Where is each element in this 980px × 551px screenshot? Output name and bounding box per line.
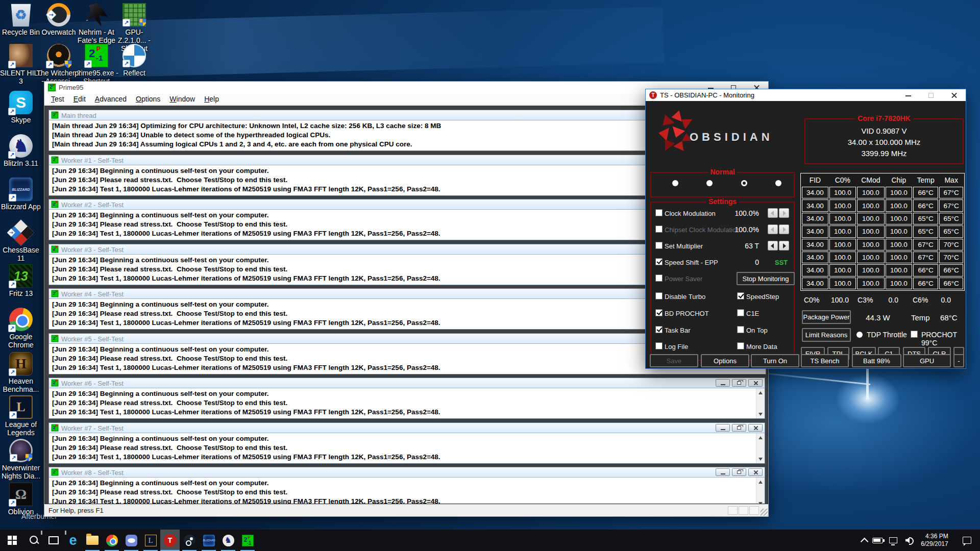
gpu-button[interactable]: GPU bbox=[903, 354, 951, 367]
scroll-up-button[interactable] bbox=[756, 388, 765, 397]
scrollbar[interactable] bbox=[756, 388, 765, 418]
minimize-button[interactable] bbox=[897, 89, 920, 102]
spin-up-button[interactable] bbox=[779, 241, 789, 251]
dash-button[interactable]: - bbox=[953, 354, 964, 367]
throttlestop-titlebar[interactable]: T TS - OBSIDIAN-PC - Monitoring bbox=[646, 89, 966, 101]
stop-monitoring-button[interactable]: Stop Monitoring bbox=[737, 272, 795, 285]
subwindow-restore-button[interactable] bbox=[732, 424, 746, 432]
subwindow-close-button[interactable] bbox=[748, 424, 763, 432]
shortcut-arrow-icon: ↗ bbox=[84, 20, 91, 28]
checkbox-set-multiplier[interactable] bbox=[655, 242, 663, 249]
package-power-button[interactable]: Package Power bbox=[802, 310, 851, 324]
scroll-down-button[interactable] bbox=[756, 455, 765, 463]
taskbar-app-steam[interactable] bbox=[180, 530, 199, 551]
subwindow-restore-button[interactable] bbox=[732, 379, 746, 387]
taskbar-app-league-of-legends[interactable]: L bbox=[141, 530, 160, 551]
subwindow-minimize-button[interactable] bbox=[716, 379, 730, 387]
desktop-icon-blizzard[interactable]: BLIZZARD↗Blizzard App bbox=[2, 178, 40, 211]
desktop-icon-chessbase[interactable]: ↗ChessBase 11 bbox=[2, 221, 40, 262]
desktop-icon-prime95[interactable]: 2P-1↗prime95.exe - Shortcut bbox=[78, 44, 115, 85]
desktop-icon-oblivion[interactable]: Ω↗Oblivion bbox=[2, 483, 40, 516]
checkbox-on-top[interactable] bbox=[737, 326, 744, 333]
profile-radio-2[interactable] bbox=[706, 180, 713, 186]
checkbox-chipset-clock-modulation[interactable] bbox=[655, 226, 663, 233]
scrollbar[interactable] bbox=[756, 478, 765, 504]
profile-radio-3[interactable] bbox=[741, 180, 747, 186]
subwindow-minimize-button[interactable] bbox=[716, 468, 730, 476]
desktop-icon-witcher[interactable]: ↗The Witcher 2 - Assassi... bbox=[40, 44, 78, 85]
batt-98--button[interactable]: Batt 98% bbox=[852, 354, 901, 367]
checkbox-speedstep[interactable] bbox=[737, 292, 744, 299]
desktop-icon-blitzin[interactable]: ♞↗BlitzIn 3.11 bbox=[2, 134, 40, 167]
desktop-icon-skype[interactable]: S↗Skype bbox=[2, 91, 40, 124]
resize-grip[interactable] bbox=[761, 509, 768, 516]
scroll-up-button[interactable] bbox=[756, 478, 765, 486]
action-center-icon[interactable] bbox=[956, 530, 977, 551]
subwindow-titlebar[interactable]: 2PWorker #7 - Self-Test bbox=[49, 423, 765, 433]
checkbox-c1e[interactable] bbox=[737, 309, 744, 316]
subwindow-titlebar[interactable]: 2PWorker #8 - Self-Test bbox=[49, 467, 765, 478]
subwindow-titlebar[interactable]: 2PWorker #6 - Self-Test bbox=[49, 378, 765, 388]
close-button[interactable] bbox=[943, 89, 966, 102]
subwindow-restore-button[interactable] bbox=[732, 468, 746, 476]
checkbox-speed-shift-epp[interactable] bbox=[655, 258, 663, 265]
desktop-icon-nehrim[interactable]: ↗Nehrim - At Fate's Edge bbox=[78, 3, 115, 44]
prochot-checkbox[interactable] bbox=[911, 331, 918, 338]
spin-down-button[interactable] bbox=[768, 241, 778, 251]
battery-icon[interactable] bbox=[869, 530, 886, 551]
taskbar-app-blitzin[interactable]: ♞ bbox=[218, 530, 238, 551]
desktop-icon-league[interactable]: L↗League of Legends bbox=[2, 395, 40, 437]
taskbar-app-chrome[interactable] bbox=[102, 530, 121, 551]
menu-item-help[interactable]: Help bbox=[200, 94, 224, 104]
scrollbar[interactable] bbox=[756, 433, 765, 463]
options-button[interactable]: Options bbox=[701, 354, 749, 367]
subwindow-minimize-button[interactable] bbox=[716, 424, 730, 432]
spin-down-button[interactable] bbox=[768, 208, 778, 218]
taskbar-app-prime95[interactable]: 2P-1 bbox=[238, 530, 257, 551]
menu-item-window[interactable]: Window bbox=[165, 94, 200, 104]
tray-overflow-chevron-icon[interactable] bbox=[857, 530, 869, 551]
menu-item-test[interactable]: Test bbox=[46, 94, 69, 104]
taskbar-app-task-view[interactable] bbox=[44, 530, 63, 551]
taskbar-app-throttlestop[interactable]: T bbox=[160, 530, 180, 551]
menu-item-options[interactable]: Options bbox=[131, 94, 165, 104]
start-button[interactable] bbox=[0, 530, 24, 551]
checkbox-clock-modulation[interactable] bbox=[655, 209, 663, 216]
desktop-icon-fritz13[interactable]: 13↗Fritz 13 bbox=[2, 264, 40, 297]
clock[interactable]: 4:36 PM 6/29/2017 bbox=[916, 530, 956, 551]
scroll-up-button[interactable] bbox=[756, 433, 765, 442]
profile-radio-4[interactable] bbox=[775, 180, 781, 186]
taskbar-app-file-explorer[interactable] bbox=[83, 530, 102, 551]
checkbox-more-data[interactable] bbox=[737, 342, 744, 349]
taskbar-app-discord[interactable] bbox=[121, 530, 141, 551]
menu-item-edit[interactable]: Edit bbox=[69, 94, 90, 104]
desktop-icon-heaven[interactable]: H↗Heaven Benchma... bbox=[2, 352, 40, 393]
taskbar-app-edge[interactable]: e bbox=[63, 530, 83, 551]
spin-up-button[interactable] bbox=[779, 208, 789, 218]
checkbox-power-saver[interactable] bbox=[655, 274, 663, 282]
limit-reasons-button[interactable]: Limit Reasons bbox=[802, 328, 851, 342]
desktop-icon-chrome[interactable]: ↗Google Chrome bbox=[2, 308, 40, 349]
desktop-icon-silent-hill[interactable]: ↗SILENT HILL 3 bbox=[2, 44, 40, 85]
checkbox-task-bar[interactable] bbox=[655, 326, 663, 333]
subwindow-close-button[interactable] bbox=[748, 468, 763, 476]
scroll-down-button[interactable] bbox=[756, 499, 765, 504]
checkbox-disable-turbo[interactable] bbox=[655, 292, 663, 299]
desktop-icon-neverwinter[interactable]: ↗Neverwinter Nights Dia... bbox=[2, 439, 40, 480]
checkbox-bd-prochot[interactable] bbox=[655, 309, 663, 316]
profile-radio-1[interactable] bbox=[672, 180, 678, 186]
desktop-icon-recycle-bin[interactable]: ♻Recycle Bin bbox=[2, 3, 40, 36]
spin-down-button[interactable] bbox=[768, 224, 778, 234]
checkbox-log-file[interactable] bbox=[655, 342, 663, 349]
ts-bench-button[interactable]: TS Bench bbox=[801, 354, 849, 367]
spin-up-button[interactable] bbox=[779, 224, 789, 234]
desktop-icon-reflect[interactable]: ↗Reflect bbox=[115, 44, 153, 77]
menu-item-advanced[interactable]: Advanced bbox=[90, 94, 131, 104]
volume-icon[interactable] bbox=[901, 530, 916, 551]
desktop-icon-overwatch[interactable]: ↗Overwatch bbox=[40, 3, 78, 36]
subwindow-close-button[interactable] bbox=[748, 379, 763, 387]
turn-on-button[interactable]: Turn On bbox=[751, 354, 799, 367]
scroll-down-button[interactable] bbox=[756, 410, 765, 418]
network-icon[interactable] bbox=[886, 530, 901, 551]
taskbar-app-blizzard[interactable]: BLIZZARD bbox=[199, 530, 218, 551]
